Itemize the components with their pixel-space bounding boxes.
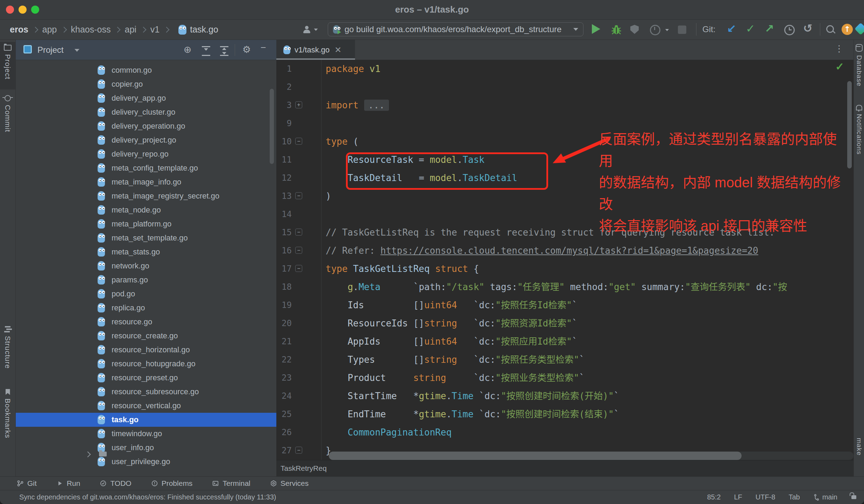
tool-button-bookmarks[interactable]: Bookmarks [0, 389, 15, 445]
tree-item[interactable]: delivery_cluster.go [16, 105, 276, 119]
plugin-button[interactable] [856, 24, 864, 33]
user-account-button[interactable] [303, 24, 321, 36]
git-branch-widget[interactable]: main [813, 493, 837, 501]
editor-vertical-scrollbar[interactable] [847, 81, 852, 168]
tool-button-notifications[interactable]: Notifications [854, 103, 864, 169]
locate-file-button[interactable]: ⊕ [184, 45, 192, 55]
tree-item[interactable]: common.go [16, 63, 276, 77]
code-line[interactable]: 22 Types []string `dc:"按照任务类型检索"` [276, 351, 854, 369]
unlock-icon[interactable] [851, 495, 856, 499]
caret-position-widget[interactable]: 85:2 [707, 493, 721, 501]
tree-item[interactable]: meta_image_registry_secret.go [16, 189, 276, 203]
tree-item[interactable]: resource_preset.go [16, 371, 276, 385]
tree-item-collapsed-folder[interactable] [16, 450, 276, 456]
breadcrumb-khaos-oss[interactable]: khaos-oss [71, 24, 111, 35]
git-update-button[interactable]: ↙ [727, 22, 736, 35]
profiler-button[interactable] [650, 25, 670, 35]
editor-horizontal-scrollbar[interactable] [329, 452, 742, 460]
run-configuration-select[interactable]: go build git.woa.com/khaos/eros/hack/exp… [328, 22, 583, 36]
fold-marker-icon[interactable]: − [295, 265, 302, 272]
fold-marker-icon[interactable]: + [295, 101, 302, 108]
tree-item[interactable]: task.go [16, 413, 276, 427]
tree-item[interactable]: resource_create.go [16, 329, 276, 343]
tree-item[interactable]: delivery_project.go [16, 133, 276, 147]
tab-options-kebab-icon[interactable]: ⋮ [835, 43, 844, 54]
tree-item[interactable]: resource_hotupgrade.go [16, 357, 276, 371]
breadcrumb-project[interactable]: eros [10, 24, 28, 35]
expand-all-button[interactable] [202, 46, 210, 56]
git-push-button[interactable]: ↗ [765, 22, 774, 35]
debug-button[interactable] [610, 23, 623, 37]
tool-button-services[interactable]: Services [270, 479, 309, 488]
breadcrumb-api[interactable]: api [125, 24, 136, 35]
history-button[interactable] [784, 25, 795, 35]
code-line[interactable]: 3+import ... [276, 96, 854, 114]
tree-item[interactable]: meta_set_template.go [16, 231, 276, 245]
breadcrumb-file[interactable]: task.go [190, 24, 218, 35]
gear-icon[interactable]: ⚙ [242, 45, 251, 55]
code-line[interactable]: 18 g.Meta `path:"/task" tags:"任务管理" meth… [276, 278, 854, 296]
code-line[interactable]: 16−// Refer: https://console.cloud.tence… [276, 242, 854, 260]
code-line[interactable]: 1package v1 [276, 60, 854, 78]
tab-task-go[interactable]: v1/task.go ✕ [276, 40, 355, 60]
breadcrumb-v1[interactable]: v1 [150, 24, 160, 35]
run-button[interactable] [592, 24, 600, 34]
tree-item[interactable]: meta_stats.go [16, 245, 276, 259]
tree-item[interactable]: pod.go [16, 287, 276, 301]
tool-button-problems[interactable]: Problems [151, 479, 193, 488]
tree-item[interactable]: resource.go [16, 315, 276, 329]
collapse-all-button[interactable] [220, 46, 228, 56]
tool-button-todo[interactable]: TODO [100, 479, 131, 488]
fold-marker-icon[interactable]: − [295, 247, 302, 254]
tree-item[interactable]: delivery_repo.go [16, 147, 276, 161]
chevron-down-icon[interactable] [75, 49, 79, 52]
code-line[interactable]: 21 AppIds []uint64 `dc:"按照应用Id检索"` [276, 332, 854, 351]
status-message[interactable]: Sync dependencies of git.woa.com/khaos/e… [19, 490, 276, 504]
tree-item[interactable]: meta_config_template.go [16, 161, 276, 175]
git-commit-button[interactable]: ✓ [746, 22, 755, 35]
code-line[interactable]: 25 EndTime *gtime.Time `dc:"按照创建时间检索(结束)… [276, 405, 854, 423]
tree-item[interactable]: network.go [16, 259, 276, 273]
tool-button-run[interactable]: Run [56, 479, 80, 488]
tree-item[interactable]: resource_subresource.go [16, 385, 276, 399]
stop-button[interactable] [678, 25, 686, 34]
code-line[interactable]: 23 Product string `dc:"按照业务类型检索"` [276, 369, 854, 387]
tool-button-database[interactable]: Database [854, 42, 864, 94]
search-everywhere-button[interactable] [826, 25, 834, 33]
run-with-coverage-button[interactable] [630, 25, 639, 34]
code-line[interactable]: 20 ResourceIds []string `dc:"按照资源Id检索"` [276, 314, 854, 332]
fold-marker-icon[interactable]: − [295, 192, 302, 199]
project-panel-title[interactable]: Project [37, 40, 64, 60]
tree-item[interactable]: timewindow.go [16, 427, 276, 441]
tool-button-make[interactable]: make [854, 438, 864, 469]
tree-item[interactable]: delivery_app.go [16, 91, 276, 105]
tool-button-git[interactable]: Git [17, 479, 37, 488]
close-icon[interactable]: ✕ [334, 45, 341, 55]
tree-item[interactable]: meta_platform.go [16, 217, 276, 231]
line-separator-widget[interactable]: LF [734, 493, 742, 501]
code-line[interactable]: 17−type TaskGetListReq struct { [276, 260, 854, 278]
rollback-button[interactable]: ↺ [803, 22, 813, 35]
code-line[interactable]: 2 [276, 78, 854, 96]
tree-scrollbar[interactable] [270, 89, 274, 164]
tree-item[interactable]: params.go [16, 273, 276, 287]
tree-item[interactable]: user_privilege.go [16, 455, 276, 469]
tree-item[interactable]: replica.go [16, 301, 276, 315]
inspection-ok-icon[interactable]: ✓ [835, 60, 844, 73]
hide-panel-button[interactable]: − [261, 43, 266, 52]
breadcrumb-app[interactable]: app [42, 24, 57, 35]
fold-marker-icon[interactable]: − [295, 229, 302, 236]
fold-marker-icon[interactable]: − [295, 138, 302, 145]
indent-widget[interactable]: Tab [788, 493, 800, 501]
tree-item[interactable]: resource_horizontal.go [16, 343, 276, 357]
tree-item[interactable]: copier.go [16, 77, 276, 91]
code-line[interactable]: 24 StartTime *gtime.Time `dc:"按照创建时间检索(开… [276, 387, 854, 405]
tree-item[interactable]: meta_node.go [16, 203, 276, 217]
code-line[interactable]: 26 CommonPaginationReq [276, 423, 854, 441]
tool-button-terminal[interactable]: Terminal [212, 479, 250, 488]
tree-item[interactable]: delivery_operation.go [16, 119, 276, 133]
fold-marker-icon[interactable]: − [295, 447, 302, 454]
encoding-widget[interactable]: UTF-8 [756, 493, 776, 501]
tree-item[interactable]: meta_image_info.go [16, 175, 276, 189]
tree-item[interactable]: resource_vertical.go [16, 399, 276, 413]
